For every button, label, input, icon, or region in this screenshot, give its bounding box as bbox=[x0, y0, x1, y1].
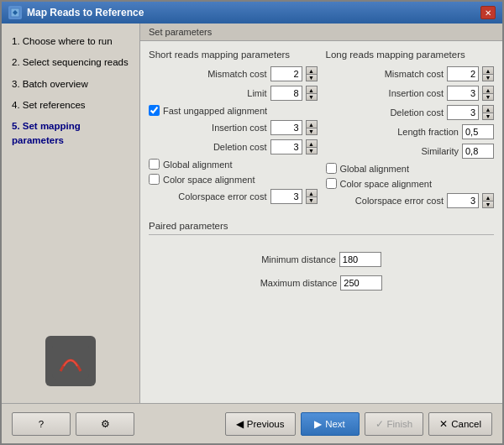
long-global-row: Global alignment bbox=[326, 163, 495, 174]
finish-button[interactable]: ✓ Finish bbox=[365, 412, 424, 436]
short-colorspace-row: Color space alignment bbox=[149, 174, 318, 185]
long-deletion-down[interactable]: ▼ bbox=[482, 113, 494, 120]
paired-params: Minimum distance Maximum distance bbox=[149, 243, 494, 303]
title-bar-left: Map Reads to Reference bbox=[8, 6, 144, 19]
panel-body: Short reads mapping parameters Mismatch … bbox=[140, 41, 502, 403]
long-insertion-spinner[interactable]: ▲ ▼ bbox=[482, 86, 494, 101]
short-limit-label: Limit bbox=[247, 88, 266, 98]
short-limit-down[interactable]: ▼ bbox=[306, 93, 318, 101]
short-colorspace-error-spinner[interactable]: ▲ ▼ bbox=[306, 189, 318, 204]
short-deletion-input[interactable] bbox=[270, 139, 302, 154]
long-colorspace-error-label: Colorspace error cost bbox=[355, 196, 444, 206]
long-mismatch-spinner[interactable]: ▲ ▼ bbox=[482, 66, 494, 81]
short-mismatch-up[interactable]: ▲ bbox=[306, 66, 318, 74]
short-global-label: Global alignment bbox=[163, 160, 233, 170]
long-mismatch-down[interactable]: ▼ bbox=[482, 74, 494, 81]
footer: ? ⚙ ◀ Previous ▶ Next ✓ Finish ✕ Cancel bbox=[2, 403, 502, 443]
long-deletion-up[interactable]: ▲ bbox=[482, 105, 494, 113]
long-deletion-row: Deletion cost ▲ ▼ bbox=[326, 105, 495, 120]
paired-max-input[interactable] bbox=[340, 275, 382, 291]
previous-arrow-icon: ◀ bbox=[236, 418, 244, 430]
sidebar-item-step5[interactable]: 5. Set mapping parameters bbox=[8, 117, 133, 151]
main-window: Map Reads to Reference ✕ 1. Choose where… bbox=[0, 0, 504, 445]
short-insertion-down[interactable]: ▼ bbox=[306, 128, 318, 135]
long-insertion-up[interactable]: ▲ bbox=[482, 86, 494, 93]
cancel-x-icon: ✕ bbox=[439, 418, 448, 430]
short-colorspace-error-label: Colorspace error cost bbox=[178, 191, 266, 202]
paired-min-label: Minimum distance bbox=[261, 254, 336, 264]
close-button[interactable]: ✕ bbox=[480, 6, 496, 19]
short-deletion-down[interactable]: ▼ bbox=[306, 147, 318, 154]
previous-button[interactable]: ◀ Previous bbox=[225, 412, 296, 436]
footer-left: ? ⚙ bbox=[12, 412, 134, 436]
long-insertion-label: Insertion cost bbox=[389, 88, 444, 98]
long-global-checkbox[interactable] bbox=[326, 163, 337, 174]
panel-header-text: Set parameters bbox=[149, 27, 212, 37]
short-deletion-label: Deletion cost bbox=[213, 142, 267, 152]
long-global-label: Global alignment bbox=[340, 164, 410, 174]
paired-max-label: Maximum distance bbox=[260, 278, 338, 288]
long-reads-section: Long reads mapping parameters Mismatch c… bbox=[326, 50, 495, 212]
sidebar-item-step1[interactable]: 1. Choose where to run bbox=[8, 32, 133, 51]
long-colorspace-error-up[interactable]: ▲ bbox=[482, 193, 494, 201]
short-colorspace-error-down[interactable]: ▼ bbox=[306, 196, 318, 204]
content-area: 1. Choose where to run 2. Select sequenc… bbox=[2, 24, 502, 403]
footer-right: ◀ Previous ▶ Next ✓ Finish ✕ Cancel bbox=[225, 412, 492, 436]
short-mismatch-down[interactable]: ▼ bbox=[306, 74, 318, 81]
short-mismatch-spinner[interactable]: ▲ ▼ bbox=[306, 66, 318, 81]
long-similarity-label: Similarity bbox=[421, 146, 459, 156]
next-button[interactable]: ▶ Next bbox=[301, 412, 360, 436]
next-label: Next bbox=[325, 419, 345, 429]
long-reads-title: Long reads mapping parameters bbox=[326, 50, 495, 60]
short-colorspace-error-input[interactable] bbox=[270, 189, 302, 204]
short-insertion-input[interactable] bbox=[270, 120, 302, 135]
long-insertion-down[interactable]: ▼ bbox=[482, 93, 494, 101]
short-colorspace-error-up[interactable]: ▲ bbox=[306, 189, 318, 196]
previous-label: Previous bbox=[247, 419, 285, 429]
long-colorspace-checkbox[interactable] bbox=[326, 178, 337, 189]
finish-label: Finish bbox=[387, 419, 413, 429]
paired-min-row: Minimum distance bbox=[261, 252, 381, 267]
long-mismatch-up[interactable]: ▲ bbox=[482, 66, 494, 74]
short-limit-up[interactable]: ▲ bbox=[306, 86, 318, 93]
short-deletion-up[interactable]: ▲ bbox=[306, 139, 318, 147]
help-button[interactable]: ? bbox=[12, 412, 71, 436]
paired-min-input[interactable] bbox=[339, 252, 381, 267]
long-similarity-row: Similarity bbox=[326, 144, 495, 159]
sidebar-item-step2[interactable]: 2. Select sequencing reads bbox=[8, 53, 133, 72]
long-colorspace-error-down[interactable]: ▼ bbox=[482, 201, 494, 208]
short-fast-ungapped-label: Fast ungapped alignment bbox=[163, 106, 267, 116]
long-mismatch-input[interactable] bbox=[447, 66, 479, 81]
short-fast-ungapped-row: Fast ungapped alignment bbox=[149, 105, 318, 116]
long-colorspace-error-input[interactable] bbox=[447, 193, 479, 208]
sidebar-item-step3[interactable]: 3. Batch overview bbox=[8, 75, 133, 94]
long-colorspace-row: Color space alignment bbox=[326, 178, 495, 189]
short-limit-input[interactable] bbox=[270, 86, 302, 101]
long-colorspace-error-row: Colorspace error cost ▲ ▼ bbox=[326, 193, 495, 208]
short-fast-ungapped-checkbox[interactable] bbox=[149, 105, 160, 116]
short-insertion-label: Insertion cost bbox=[212, 123, 266, 133]
short-limit-spinner[interactable]: ▲ ▼ bbox=[306, 86, 318, 101]
short-insertion-up[interactable]: ▲ bbox=[306, 120, 318, 128]
long-insertion-input[interactable] bbox=[447, 86, 479, 101]
short-colorspace-label: Color space alignment bbox=[163, 175, 255, 185]
sidebar-item-step4[interactable]: 4. Set references bbox=[8, 96, 133, 115]
settings-button[interactable]: ⚙ bbox=[76, 412, 134, 436]
short-global-checkbox[interactable] bbox=[149, 159, 160, 170]
window-title: Map Reads to Reference bbox=[27, 7, 144, 18]
long-mismatch-label: Mismatch cost bbox=[385, 69, 444, 79]
long-deletion-spinner[interactable]: ▲ ▼ bbox=[482, 105, 494, 120]
short-colorspace-checkbox[interactable] bbox=[149, 174, 160, 185]
short-mismatch-label: Mismatch cost bbox=[207, 69, 266, 79]
short-colorspace-error-row: Colorspace error cost ▲ ▼ bbox=[149, 189, 318, 204]
long-colorspace-error-spinner[interactable]: ▲ ▼ bbox=[482, 193, 494, 208]
sidebar: 1. Choose where to run 2. Select sequenc… bbox=[2, 24, 140, 403]
cancel-button[interactable]: ✕ Cancel bbox=[428, 412, 492, 436]
long-length-fraction-row: Length fraction bbox=[326, 124, 495, 139]
short-deletion-spinner[interactable]: ▲ ▼ bbox=[306, 139, 318, 154]
long-similarity-input[interactable] bbox=[462, 144, 494, 159]
short-mismatch-input[interactable] bbox=[270, 66, 302, 81]
short-insertion-spinner[interactable]: ▲ ▼ bbox=[306, 120, 318, 135]
long-deletion-input[interactable] bbox=[447, 105, 479, 120]
long-length-fraction-input[interactable] bbox=[462, 124, 494, 139]
